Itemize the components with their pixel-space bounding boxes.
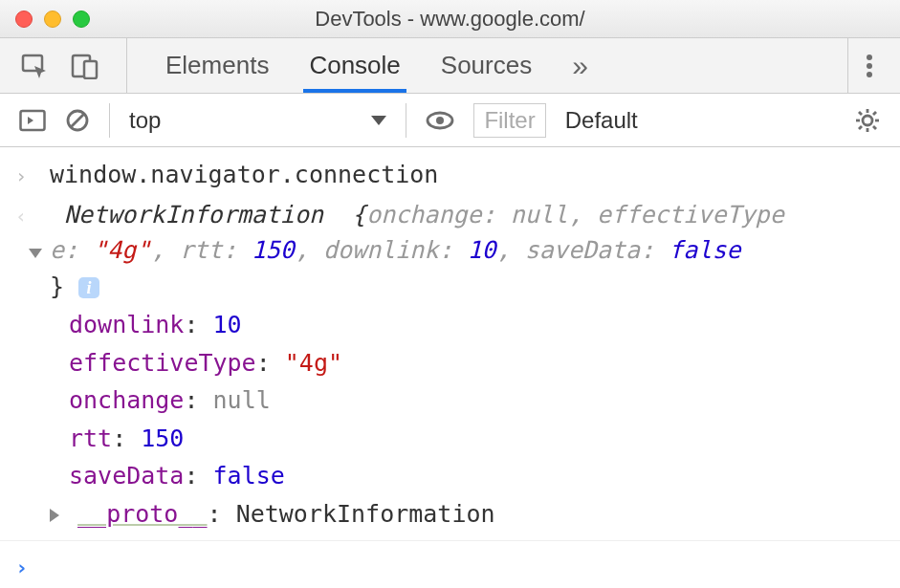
svg-line-17 xyxy=(873,126,876,129)
inspect-element-icon[interactable] xyxy=(21,53,50,79)
filter-input[interactable]: Filter xyxy=(473,103,545,138)
prop-row[interactable]: onchange: null xyxy=(69,381,900,420)
val-null: null xyxy=(511,201,568,229)
separator xyxy=(406,103,406,138)
prop-row[interactable]: rtt: 150 xyxy=(69,420,900,458)
console-input-row: › window.navigator.connection xyxy=(0,155,900,195)
tab-sources[interactable]: Sources xyxy=(441,39,532,92)
svg-line-18 xyxy=(859,126,862,129)
window-close-button[interactable] xyxy=(15,11,33,28)
console-output-row-2: e: "4g", rtt: 150, downlink: 10, saveDat… xyxy=(0,232,900,306)
window-title: DevTools - www.google.com/ xyxy=(0,7,900,32)
live-expression-icon[interactable] xyxy=(426,110,454,131)
log-levels-selector[interactable]: Default xyxy=(565,107,638,134)
input-caret-icon: › xyxy=(15,157,50,193)
expand-toggle[interactable] xyxy=(15,232,50,304)
console-prompt-input[interactable] xyxy=(50,547,885,583)
console-output-row: ‹ NetworkInformation {onchange: null, ef… xyxy=(0,195,900,233)
svg-point-3 xyxy=(867,54,872,60)
context-label: top xyxy=(129,107,161,134)
console-log-area: › window.navigator.connection ‹ NetworkI… xyxy=(0,147,900,585)
info-icon[interactable]: i xyxy=(78,277,99,298)
prop-row-proto[interactable]: __proto__: NetworkInformation xyxy=(69,495,900,534)
object-summary-cont[interactable]: e: "4g", rtt: 150, downlink: 10, saveDat… xyxy=(50,232,885,304)
dropdown-triangle-icon xyxy=(371,116,386,125)
prop-row[interactable]: effectiveType: "4g" xyxy=(69,344,900,382)
window-controls xyxy=(0,11,90,28)
svg-point-10 xyxy=(436,117,444,124)
device-toolbar-icon[interactable] xyxy=(71,53,99,79)
svg-point-11 xyxy=(863,116,872,125)
svg-line-19 xyxy=(873,112,876,115)
console-settings[interactable] xyxy=(854,107,881,134)
inspect-controls xyxy=(0,38,127,93)
svg-rect-2 xyxy=(84,61,97,78)
object-summary[interactable]: NetworkInformation {onchange: null, effe… xyxy=(50,197,885,233)
object-class-name: NetworkInformation xyxy=(64,201,323,229)
prop-row[interactable]: saveData: false xyxy=(69,457,900,495)
svg-line-16 xyxy=(859,112,862,115)
context-selector[interactable]: top xyxy=(129,107,386,134)
svg-point-4 xyxy=(867,63,872,69)
object-properties: downlink: 10 effectiveType: "4g" onchang… xyxy=(0,306,900,533)
tab-elements[interactable]: Elements xyxy=(165,39,269,92)
console-prompt-row[interactable]: › xyxy=(0,540,900,585)
main-menu[interactable] xyxy=(847,38,900,93)
toggle-drawer-icon[interactable] xyxy=(19,109,46,132)
window-maximize-button[interactable] xyxy=(73,11,90,28)
chevron-right-icon xyxy=(50,509,59,522)
clear-console-icon[interactable] xyxy=(65,108,90,133)
window-minimize-button[interactable] xyxy=(44,11,61,28)
prompt-caret-icon: › xyxy=(15,547,50,583)
svg-line-8 xyxy=(71,114,84,127)
tab-console[interactable]: Console xyxy=(309,39,400,92)
filter-placeholder: Filter xyxy=(484,107,535,133)
svg-point-5 xyxy=(867,72,872,77)
prop-row[interactable]: downlink: 10 xyxy=(69,306,900,344)
panel-tabbar: Elements Console Sources » xyxy=(0,38,900,94)
gear-icon xyxy=(854,107,881,134)
panel-tabs: Elements Console Sources » xyxy=(127,38,847,93)
title-bar: DevTools - www.google.com/ xyxy=(0,0,900,38)
console-input-text[interactable]: window.navigator.connection xyxy=(50,157,885,193)
chevron-down-icon xyxy=(29,249,42,258)
kebab-menu-icon xyxy=(866,53,873,79)
console-toolbar: top Filter Default xyxy=(0,94,900,147)
separator xyxy=(109,103,110,138)
output-caret-icon: ‹ xyxy=(15,197,50,233)
tabs-overflow-button[interactable]: » xyxy=(572,38,588,94)
